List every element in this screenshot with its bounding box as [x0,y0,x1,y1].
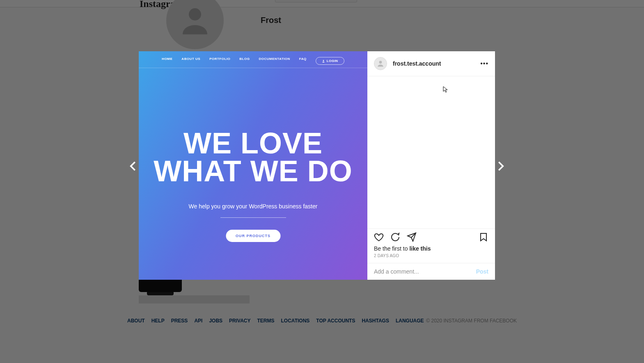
footer-link[interactable]: TOP ACCOUNTS [316,318,355,324]
comment-button[interactable] [390,232,400,242]
user-icon [322,59,325,63]
footer-link[interactable]: ABOUT [127,318,145,324]
activity-icon[interactable] [477,0,486,6]
footer-links: ABOUT HELP PRESS API JOBS PRIVACY TERMS … [127,318,424,324]
svg-point-1 [323,60,324,61]
post-thumbnail[interactable] [139,280,182,292]
divider [139,68,367,68]
post-modal: HOME ABOUT US PORTFOLIO BLOG DOCUMENTATI… [139,51,495,280]
footer-link[interactable]: LANGUAGE [396,318,424,324]
media-nav-portfolio: PORTFOLIO [209,57,230,65]
like-button[interactable] [374,232,384,242]
previous-post-button[interactable] [127,160,140,172]
likes-text[interactable]: Be the first to like this [374,245,488,252]
media-nav: HOME ABOUT US PORTFOLIO BLOG DOCUMENTATI… [139,57,367,65]
author-username[interactable]: frost.test.account [393,60,480,67]
headline-line1: WE LOVE [139,129,367,157]
headline-line2: WHAT WE DO [139,157,367,185]
post-header: frost.test.account ••• [367,51,495,76]
comment-input[interactable] [374,268,476,275]
likes-action: like this [409,245,431,252]
share-button[interactable] [407,232,417,242]
svg-point-2 [379,61,382,64]
media-cta-button: OUR PRODUCTS [226,230,280,242]
profile-avatar[interactable] [166,0,224,49]
page-footer: ABOUT HELP PRESS API JOBS PRIVACY TERMS … [0,318,644,324]
media-nav-docs: DOCUMENTATION [259,57,290,65]
post-sidebar: frost.test.account ••• [367,51,495,280]
media-subhead: We help you grow your WordPress business… [139,203,367,210]
post-media[interactable]: HOME ABOUT US PORTFOLIO BLOG DOCUMENTATI… [139,51,367,280]
cursor-icon [443,86,449,93]
svg-point-0 [189,8,201,21]
save-button[interactable] [479,232,488,242]
messages-icon[interactable] [441,0,450,6]
media-login-button: LOGIN [316,57,344,65]
post-thumbnail[interactable] [139,295,250,304]
media-nav-home: HOME [162,57,172,65]
media-nav-about: ABOUT US [181,57,200,65]
media-nav-blog: BLOG [239,57,250,65]
footer-link[interactable]: JOBS [209,318,222,324]
media-nav-faq: FAQ [299,57,307,65]
media-headline: WE LOVE WHAT WE DO [139,129,367,185]
footer-link[interactable]: PRESS [171,318,188,324]
footer-link[interactable]: LOCATIONS [281,318,310,324]
profile-icon[interactable] [495,0,504,6]
app-logo[interactable]: Instagram [140,0,183,9]
share-icon [407,232,417,242]
next-post-button[interactable] [494,160,506,172]
bookmark-icon [479,232,488,242]
likes-prefix: Be the first to [374,245,409,252]
comment-icon [390,232,400,242]
footer-link[interactable]: PRIVACY [229,318,250,324]
explore-icon[interactable] [459,0,468,6]
profile-display-name: Frost [261,16,281,25]
top-nav-bar: Instagram [0,0,644,7]
footer-link[interactable]: API [194,318,202,324]
divider [220,217,286,218]
post-timestamp: 2 DAYS AGO [374,253,488,258]
home-icon[interactable] [423,0,432,6]
heart-icon [374,232,384,242]
post-comment-button[interactable]: Post [476,268,488,275]
search-input[interactable] [275,0,357,2]
footer-copyright: © 2020 INSTAGRAM FROM FACEBOOK [426,318,517,324]
author-avatar[interactable] [374,57,387,70]
footer-link[interactable]: HELP [151,318,165,324]
comments-area [367,76,495,228]
media-login-label: LOGIN [327,59,338,63]
footer-link[interactable]: HASHTAGS [362,318,389,324]
footer-link[interactable]: TERMS [257,318,275,324]
more-options-button[interactable]: ••• [480,60,488,67]
add-comment-row: Post [367,263,495,280]
post-actions: Be the first to like this 2 DAYS AGO [367,228,495,263]
